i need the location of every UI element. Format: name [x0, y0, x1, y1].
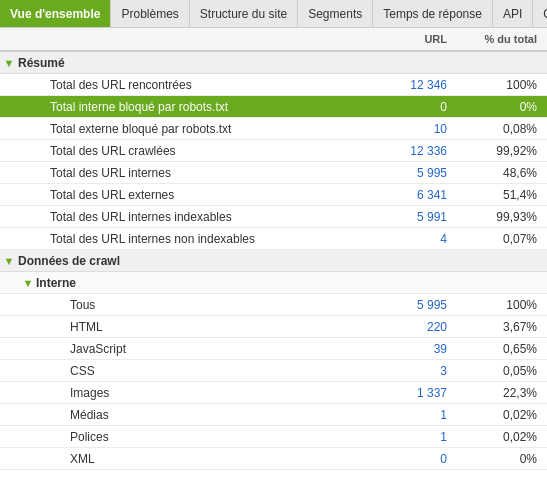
toggle-crawl[interactable]: ▼ — [0, 255, 18, 267]
row-url: 12 346 — [347, 78, 457, 92]
row-pct: 100% — [457, 78, 547, 92]
tab-problemes[interactable]: Problèmes — [111, 0, 189, 27]
row-pct: 0% — [457, 452, 547, 466]
row-pct: 22,3% — [457, 386, 547, 400]
section-crawl-header[interactable]: ▼ Données de crawl — [0, 250, 547, 272]
row-pct: 0,02% — [457, 430, 547, 444]
tab-ortho[interactable]: Ortho — [533, 0, 547, 27]
section-crawl-title: Données de crawl — [18, 254, 120, 268]
tab-bar: Vue d'ensemble Problèmes Structure du si… — [0, 0, 547, 28]
row-url: 220 — [347, 320, 457, 334]
table-row[interactable]: Tous 5 995 100% — [0, 294, 547, 316]
tab-structure[interactable]: Structure du site — [190, 0, 298, 27]
row-label: Médias — [70, 408, 347, 422]
row-label: Tous — [70, 298, 347, 312]
table-row[interactable]: Médias 1 0,02% — [0, 404, 547, 426]
row-url: 5 995 — [347, 166, 457, 180]
row-label: CSS — [70, 364, 347, 378]
row-url: 10 — [347, 122, 457, 136]
table-row[interactable]: Total des URL rencontrées 12 346 100% — [0, 74, 547, 96]
row-label: HTML — [70, 320, 347, 334]
row-url: 1 — [347, 408, 457, 422]
table-row[interactable]: Total externe bloqué par robots.txt 10 0… — [0, 118, 547, 140]
table-row[interactable]: Total des URL internes 5 995 48,6% — [0, 162, 547, 184]
row-label: Total des URL internes non indexables — [50, 232, 347, 246]
row-label: Images — [70, 386, 347, 400]
row-pct: 99,92% — [457, 144, 547, 158]
tab-api[interactable]: API — [493, 0, 533, 27]
row-pct: 0,08% — [457, 122, 547, 136]
row-url: 1 337 — [347, 386, 457, 400]
section-resume-title: Résumé — [18, 56, 65, 70]
table-row[interactable]: JavaScript 39 0,65% — [0, 338, 547, 360]
row-pct: 0,05% — [457, 364, 547, 378]
row-label: JavaScript — [70, 342, 347, 356]
row-url: 4 — [347, 232, 457, 246]
table-row[interactable]: Total des URL internes non indexables 4 … — [0, 228, 547, 250]
row-pct: 48,6% — [457, 166, 547, 180]
row-label: Total des URL rencontrées — [50, 78, 347, 92]
row-url: 0 — [347, 452, 457, 466]
row-url: 5 995 — [347, 298, 457, 312]
row-label: Total des URL crawlées — [50, 144, 347, 158]
table-row[interactable]: Total des URL crawlées 12 336 99,92% — [0, 140, 547, 162]
subsection-interne-header[interactable]: ▼ Interne — [0, 272, 547, 294]
row-pct: 0% — [457, 100, 547, 114]
toggle-resume[interactable]: ▼ — [0, 57, 18, 69]
row-label: Total des URL internes — [50, 166, 347, 180]
toggle-interne[interactable]: ▼ — [20, 277, 36, 289]
column-headers: URL % du total — [0, 28, 547, 52]
table-row[interactable]: HTML 220 3,67% — [0, 316, 547, 338]
table-row[interactable]: Images 1 337 22,3% — [0, 382, 547, 404]
row-url: 5 991 — [347, 210, 457, 224]
tab-segments[interactable]: Segments — [298, 0, 373, 27]
tab-temps-reponse[interactable]: Temps de réponse — [373, 0, 493, 27]
row-pct: 0,07% — [457, 232, 547, 246]
table-row-highlighted[interactable]: Total interne bloqué par robots.txt 0 0% — [0, 96, 547, 118]
table-row[interactable]: XML 0 0% — [0, 448, 547, 470]
row-url: 3 — [347, 364, 457, 378]
row-pct: 100% — [457, 298, 547, 312]
col-url-header: URL — [347, 33, 457, 45]
row-pct: 99,93% — [457, 210, 547, 224]
table-row[interactable]: Polices 1 0,02% — [0, 426, 547, 448]
row-url: 6 341 — [347, 188, 457, 202]
row-url: 12 336 — [347, 144, 457, 158]
row-pct: 0,65% — [457, 342, 547, 356]
row-label: XML — [70, 452, 347, 466]
row-label: Total externe bloqué par robots.txt — [50, 122, 347, 136]
table-row[interactable]: Total des URL externes 6 341 51,4% — [0, 184, 547, 206]
row-label: Total des URL internes indexables — [50, 210, 347, 224]
row-url: 0 — [347, 100, 457, 114]
section-resume-header[interactable]: ▼ Résumé — [0, 52, 547, 74]
table-row[interactable]: CSS 3 0,05% — [0, 360, 547, 382]
row-pct: 0,02% — [457, 408, 547, 422]
row-pct: 51,4% — [457, 188, 547, 202]
row-url: 1 — [347, 430, 457, 444]
subsection-interne-title: Interne — [36, 276, 76, 290]
row-url: 39 — [347, 342, 457, 356]
col-pct-header: % du total — [457, 33, 547, 45]
table-body: ▼ Résumé Total des URL rencontrées 12 34… — [0, 52, 547, 470]
tab-vue-ensemble[interactable]: Vue d'ensemble — [0, 0, 111, 27]
row-label: Total des URL externes — [50, 188, 347, 202]
table-row[interactable]: Total des URL internes indexables 5 991 … — [0, 206, 547, 228]
row-label: Total interne bloqué par robots.txt — [50, 100, 347, 114]
row-label: Polices — [70, 430, 347, 444]
row-pct: 3,67% — [457, 320, 547, 334]
